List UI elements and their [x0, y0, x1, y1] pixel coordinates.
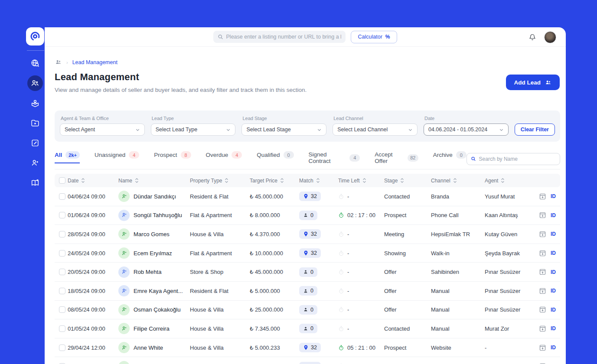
match-chip[interactable]: 32	[299, 192, 321, 201]
column-header-stage[interactable]: Stage	[384, 178, 431, 184]
archive-icon[interactable]	[539, 344, 546, 351]
sidebar-item-notes[interactable]	[27, 135, 43, 151]
row-checkbox[interactable]	[59, 325, 65, 332]
match-chip[interactable]: 0	[299, 211, 317, 220]
filter-label: Lead Type	[152, 116, 236, 121]
column-header-name[interactable]: Name	[118, 178, 190, 184]
cell-stage: Offer	[384, 288, 431, 294]
row-checkbox[interactable]	[59, 231, 65, 237]
table-row: 24/05/24 09:00 Ecem Eryılmaz Flat & Apar…	[55, 244, 560, 263]
archive-icon[interactable]	[539, 231, 546, 238]
id-link[interactable]: ID	[551, 269, 556, 275]
tab-qualified[interactable]: Qualified 0	[257, 151, 294, 163]
lead-avatar-icon	[118, 247, 130, 259]
listing-search[interactable]	[213, 31, 346, 43]
name-search[interactable]	[467, 153, 560, 165]
breadcrumb-leads-icon[interactable]	[55, 59, 62, 65]
row-checkbox[interactable]	[59, 306, 65, 313]
archive-icon[interactable]	[539, 306, 546, 313]
filter-select[interactable]: Select Lead Stage	[241, 124, 326, 136]
person-icon	[303, 326, 308, 332]
clear-filter-button[interactable]: Clear Filter	[515, 124, 555, 136]
archive-icon[interactable]	[539, 287, 546, 295]
filter-select[interactable]: 04.06.2024 - 01.05.2024	[424, 124, 509, 136]
sidebar-item-add-contact[interactable]	[27, 155, 43, 171]
tab-archive[interactable]: Archive 0	[433, 151, 467, 163]
row-checkbox[interactable]	[59, 212, 65, 218]
id-link[interactable]: ID	[551, 193, 556, 199]
match-chip[interactable]: 0	[299, 324, 317, 333]
id-link[interactable]: ID	[551, 344, 556, 351]
row-checkbox[interactable]	[59, 193, 65, 200]
user-avatar[interactable]	[544, 31, 556, 43]
column-header-agent[interactable]: Agent	[485, 178, 539, 184]
cell-stage: Showing	[384, 250, 431, 257]
lead-avatar-icon	[118, 323, 130, 334]
sidebar-item-guide[interactable]	[27, 175, 43, 191]
column-header-target-price[interactable]: Target Price	[250, 178, 299, 184]
cell-property-type: Resident & Flat	[190, 288, 250, 294]
match-chip[interactable]: 0	[299, 267, 317, 277]
breadcrumb-separator: ›	[66, 60, 68, 65]
archive-icon[interactable]	[539, 250, 546, 257]
id-link[interactable]: ID	[551, 250, 556, 256]
sidebar-item-files[interactable]	[27, 115, 43, 131]
row-checkbox[interactable]	[59, 288, 65, 294]
map-pin-icon	[303, 231, 309, 237]
cell-actions: ID	[539, 306, 560, 313]
tab-signed-contract[interactable]: Signed Contract 4	[309, 151, 360, 169]
column-header-property-type[interactable]: Property Type	[190, 178, 250, 184]
column-header-match[interactable]: Match	[299, 178, 338, 184]
tab-all[interactable]: All 2k+	[55, 151, 80, 163]
id-link[interactable]: ID	[551, 325, 556, 332]
filter-select[interactable]: Select Lead Channel	[333, 124, 418, 136]
listing-search-input[interactable]	[226, 34, 341, 40]
id-link[interactable]: ID	[551, 212, 556, 218]
match-chip[interactable]: 32	[299, 229, 321, 239]
id-link[interactable]: ID	[551, 231, 556, 237]
match-chip[interactable]: 32	[299, 362, 321, 364]
match-chip[interactable]: 0	[299, 305, 317, 315]
match-chip[interactable]: 32	[299, 248, 321, 258]
row-checkbox[interactable]	[59, 269, 65, 275]
person-icon	[303, 307, 308, 312]
column-header-date[interactable]: Date	[68, 178, 118, 184]
app-logo[interactable]	[26, 27, 44, 46]
calculator-button[interactable]: Calculator %	[351, 31, 398, 43]
column-header-time-left[interactable]: Time Left	[338, 178, 384, 184]
cell-target-price: ₺ 45.000.000	[250, 193, 299, 200]
select-all-checkbox[interactable]	[59, 177, 65, 184]
breadcrumb-current[interactable]: Lead Management	[72, 59, 117, 65]
id-link[interactable]: ID	[551, 288, 556, 294]
sidebar-item-explore[interactable]	[27, 55, 43, 71]
filter-card: Agent & Team & Office Select Agent Lead …	[55, 110, 560, 142]
tab-overdue[interactable]: Overdue 4	[206, 151, 242, 163]
tab-label: Accept Offer	[375, 151, 404, 164]
tab-accept-offer[interactable]: Accept Offer 82	[375, 151, 418, 169]
name-search-input[interactable]	[479, 156, 556, 162]
row-checkbox[interactable]	[59, 344, 65, 351]
sidebar-item-portfolio[interactable]	[27, 95, 43, 111]
users-icon	[30, 78, 40, 88]
tab-unassigned[interactable]: Unassigned 4	[95, 151, 139, 163]
cell-stage: Meeting	[384, 231, 431, 237]
archive-icon[interactable]	[539, 193, 546, 200]
tab-prospect[interactable]: Prospect 8	[154, 151, 191, 163]
match-chip[interactable]: 32	[299, 343, 321, 352]
bell-icon[interactable]	[528, 33, 536, 41]
sidebar-item-leads[interactable]	[27, 75, 43, 91]
row-checkbox[interactable]	[59, 250, 65, 257]
filter-select[interactable]: Select Lead Type	[151, 124, 236, 136]
add-lead-button[interactable]: Add Lead	[506, 75, 560, 90]
archive-icon[interactable]	[539, 325, 546, 332]
column-header-channel[interactable]: Channel	[431, 178, 485, 184]
filter-select[interactable]: Select Agent	[60, 124, 145, 136]
match-chip[interactable]: 0	[299, 286, 317, 296]
sort-icon	[225, 178, 228, 183]
archive-icon[interactable]	[539, 268, 546, 276]
cell-match: 0	[299, 286, 338, 296]
map-pin-icon	[303, 250, 309, 256]
id-link[interactable]: ID	[551, 307, 556, 313]
table-row: 01/05/24 09:00 Filipe Correira House & V…	[55, 319, 560, 338]
archive-icon[interactable]	[539, 211, 546, 219]
